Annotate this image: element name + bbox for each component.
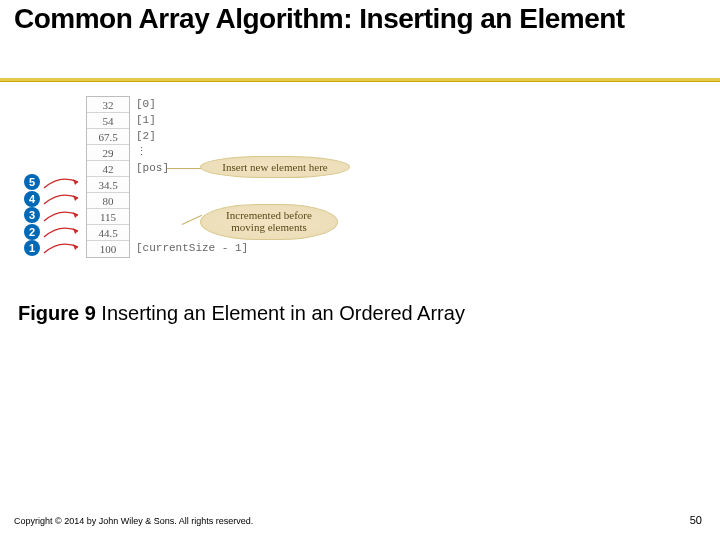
shift-arrow-icon (42, 241, 84, 255)
array-cell: 115 (87, 209, 129, 225)
shift-arrow-icon (42, 225, 84, 239)
index-label: [2] (136, 128, 248, 144)
figure-number: Figure 9 (18, 302, 96, 324)
array-cell: 32 (87, 97, 129, 113)
shift-arrow-icon (42, 192, 84, 206)
step-badge: 1 (24, 240, 40, 256)
array-cell: 34.5 (87, 177, 129, 193)
index-label: [1] (136, 112, 248, 128)
figure-caption: Figure 9 Inserting an Element in an Orde… (18, 302, 465, 325)
index-label (136, 176, 248, 192)
shift-arrow-icon (42, 209, 84, 223)
page-number: 50 (690, 514, 702, 526)
shift-arrows (42, 176, 84, 257)
index-label: [0] (136, 96, 248, 112)
callout-connector (167, 168, 201, 169)
array-cell: 29 (87, 145, 129, 161)
array-cell: 44.5 (87, 225, 129, 241)
title-underline-shadow (0, 81, 720, 82)
array-cell: 100 (87, 241, 129, 257)
callout-text: Insert new element here (222, 161, 327, 173)
shift-arrow-icon (42, 176, 84, 190)
step-badge: 5 (24, 174, 40, 190)
array-cell: 80 (87, 193, 129, 209)
step-badge: 4 (24, 191, 40, 207)
slide: Common Array Algorithm: Inserting an Ele… (0, 0, 720, 540)
callout-insert: Insert new element here (200, 156, 350, 178)
slide-title: Common Array Algorithm: Inserting an Ele… (14, 4, 694, 35)
array-cell: 67.5 (87, 129, 129, 145)
index-label: [currentSize - 1] (136, 240, 248, 256)
step-badge: 2 (24, 224, 40, 240)
figure-diagram: 5 4 3 2 1 32 54 67.5 29 42 34.5 80 115 4… (14, 96, 414, 296)
array-cell: 42 (87, 161, 129, 177)
array-table: 32 54 67.5 29 42 34.5 80 115 44.5 100 (86, 96, 130, 258)
figure-title: Inserting an Element in an Ordered Array (96, 302, 465, 324)
step-badge: 3 (24, 207, 40, 223)
step-badges: 5 4 3 2 1 (24, 174, 40, 257)
array-cell: 54 (87, 113, 129, 129)
callout-text: moving elements (231, 222, 306, 234)
copyright-text: Copyright © 2014 by John Wiley & Sons. A… (14, 516, 253, 526)
callout-increment: Incremented before moving elements (200, 204, 338, 240)
